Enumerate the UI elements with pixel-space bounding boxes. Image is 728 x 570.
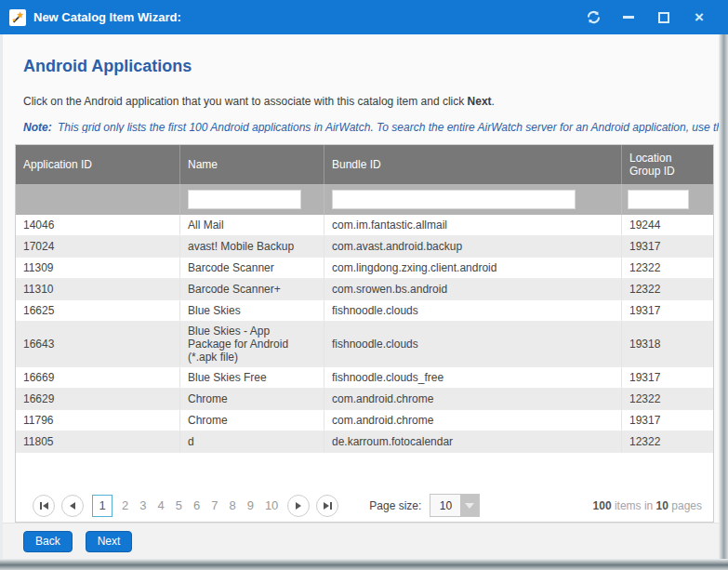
wizard-content: Android Applications Click on the Androi… xyxy=(3,34,719,559)
chevron-down-icon xyxy=(465,503,474,509)
pages-count: 10 xyxy=(656,499,668,512)
cell-location-group-id: 12322 xyxy=(622,431,713,452)
last-page-icon xyxy=(324,502,329,510)
table-row[interactable]: 16643 Blue Skies - App Package for Andro… xyxy=(16,322,713,367)
cell-name: Blue Skies xyxy=(180,300,324,321)
page-size-label: Page size: xyxy=(369,499,421,512)
table-row[interactable]: 11796 Chrome com.android.chrome 19317 xyxy=(16,410,713,431)
bundle-id-filter-input[interactable] xyxy=(332,190,576,209)
cell-bundle-id: com.lingdong.zxing.client.android xyxy=(324,258,622,278)
page-link-5[interactable]: 5 xyxy=(170,498,188,512)
table-row[interactable]: 16629 Chrome com.android.chrome 12322 xyxy=(16,389,713,410)
cell-application-id: 16629 xyxy=(16,389,180,409)
cell-name: avast! Mobile Backup xyxy=(180,236,324,257)
grid-header-row: Application ID Name Bundle ID Location G… xyxy=(16,145,713,184)
cell-application-id: 16643 xyxy=(16,322,180,366)
page-link-9[interactable]: 9 xyxy=(242,498,259,512)
column-header-name[interactable]: Name xyxy=(180,145,324,184)
cell-location-group-id: 12322 xyxy=(622,258,713,278)
cell-name: Barcode Scanner+ xyxy=(180,279,324,299)
applications-grid: Application ID Name Bundle ID Location G… xyxy=(15,144,714,523)
location-group-id-filter-input[interactable] xyxy=(628,190,689,209)
table-row[interactable]: 16669 Blue Skies Free fishnoodle.clouds_… xyxy=(16,367,713,389)
window-title: New Catalog Item Wizard: xyxy=(33,10,181,24)
previous-page-button[interactable] xyxy=(61,495,84,517)
table-row[interactable]: 14046 All Mail com.im.fantastic.allmail … xyxy=(16,215,713,236)
page-link-4[interactable]: 4 xyxy=(152,498,169,512)
page-size-value: 10 xyxy=(430,495,460,516)
table-row[interactable]: 17024 avast! Mobile Backup com.avast.and… xyxy=(16,236,713,258)
close-button[interactable]: × xyxy=(687,6,711,30)
table-row[interactable]: 11309 Barcode Scanner com.lingdong.zxing… xyxy=(16,258,713,279)
page-link-7[interactable]: 7 xyxy=(205,498,223,512)
pager-summary: 100 items in 10 pages xyxy=(593,499,702,512)
cell-bundle-id: fishnoodle.clouds_free xyxy=(324,367,622,388)
note-body: This grid only lists the first 100 Andro… xyxy=(55,121,719,133)
maximize-button[interactable] xyxy=(652,6,676,30)
table-row[interactable]: 11805 d de.karroum.fotocalendar 12322 xyxy=(16,431,713,453)
note-label: Note: xyxy=(23,121,52,133)
cell-application-id: 17024 xyxy=(16,236,180,257)
cell-application-id: 16669 xyxy=(16,367,180,388)
refresh-button[interactable] xyxy=(581,6,605,30)
filter-cell-bundle-id xyxy=(324,184,622,215)
page-link-8[interactable]: 8 xyxy=(223,498,241,512)
page-size-arrow-button[interactable] xyxy=(460,495,479,516)
next-page-button[interactable] xyxy=(287,495,310,517)
table-row[interactable]: 11310 Barcode Scanner+ com.srowen.bs.and… xyxy=(16,279,713,300)
cell-location-group-id: 12322 xyxy=(622,389,713,409)
back-button[interactable]: Back xyxy=(23,531,73,552)
page-links: 2 3 4 5 6 7 8 9 10 xyxy=(116,498,284,512)
cell-name: Chrome xyxy=(180,410,324,431)
cell-application-id: 11309 xyxy=(16,258,180,278)
page-link-6[interactable]: 6 xyxy=(188,498,205,512)
page-title: Android Applications xyxy=(23,57,719,76)
note-text: Note: This grid only lists the first 100… xyxy=(23,121,719,133)
cell-location-group-id: 19244 xyxy=(622,215,713,235)
maximize-icon xyxy=(658,12,669,23)
cell-bundle-id: fishnoodle.clouds xyxy=(324,322,622,366)
cell-name: Blue Skies - App Package for Android (*.… xyxy=(180,322,324,366)
page-size-control: Page size: 10 xyxy=(369,494,480,517)
page-link-10[interactable]: 10 xyxy=(259,498,284,512)
refresh-icon xyxy=(586,9,602,25)
table-row[interactable]: 16625 Blue Skies fishnoodle.clouds 19317 xyxy=(16,300,713,322)
instruction-prefix: Click on the Android application that yo… xyxy=(23,95,468,108)
cell-location-group-id: 19317 xyxy=(622,367,713,388)
column-header-location-group-id[interactable]: Location Group ID xyxy=(622,145,713,184)
wizard-footer: Back Next xyxy=(3,523,719,559)
window-frame-bottom xyxy=(0,559,728,570)
previous-page-icon xyxy=(70,502,75,510)
page-size-dropdown[interactable]: 10 xyxy=(430,494,480,517)
items-count: 100 xyxy=(593,499,612,512)
cell-location-group-id: 19317 xyxy=(622,236,713,257)
grid-body: 14046 All Mail com.im.fantastic.allmail … xyxy=(16,215,713,453)
filter-cell-location-group-id xyxy=(622,184,713,215)
cell-name: Blue Skies Free xyxy=(180,367,324,388)
current-page-indicator[interactable]: 1 xyxy=(92,495,113,517)
first-page-button[interactable] xyxy=(33,495,55,517)
window-frame-right xyxy=(719,0,728,570)
column-header-bundle-id[interactable]: Bundle ID xyxy=(324,145,622,184)
wizard-window: New Catalog Item Wizard: × xyxy=(0,0,728,570)
next-page-icon xyxy=(296,502,301,510)
cell-bundle-id: com.avast.android.backup xyxy=(324,236,622,257)
name-filter-input[interactable] xyxy=(188,190,301,209)
cell-bundle-id: de.karroum.fotocalendar xyxy=(324,431,622,452)
page-link-2[interactable]: 2 xyxy=(116,498,134,512)
cell-name: Barcode Scanner xyxy=(180,258,324,278)
cell-application-id: 11805 xyxy=(16,431,180,452)
cell-name: d xyxy=(180,431,324,452)
first-page-icon xyxy=(40,502,42,510)
cell-bundle-id: com.srowen.bs.android xyxy=(324,279,622,299)
last-page-button[interactable] xyxy=(316,495,338,517)
titlebar: New Catalog Item Wizard: × xyxy=(0,0,728,34)
cell-bundle-id: fishnoodle.clouds xyxy=(324,300,622,321)
page-link-3[interactable]: 3 xyxy=(134,498,152,512)
next-button[interactable]: Next xyxy=(86,531,133,552)
cell-name: Chrome xyxy=(180,389,324,409)
window-controls: × xyxy=(581,6,711,30)
pager: 1 2 3 4 5 6 7 8 9 10 xyxy=(16,490,713,522)
minimize-button[interactable] xyxy=(616,6,641,30)
column-header-application-id[interactable]: Application ID xyxy=(16,145,180,184)
